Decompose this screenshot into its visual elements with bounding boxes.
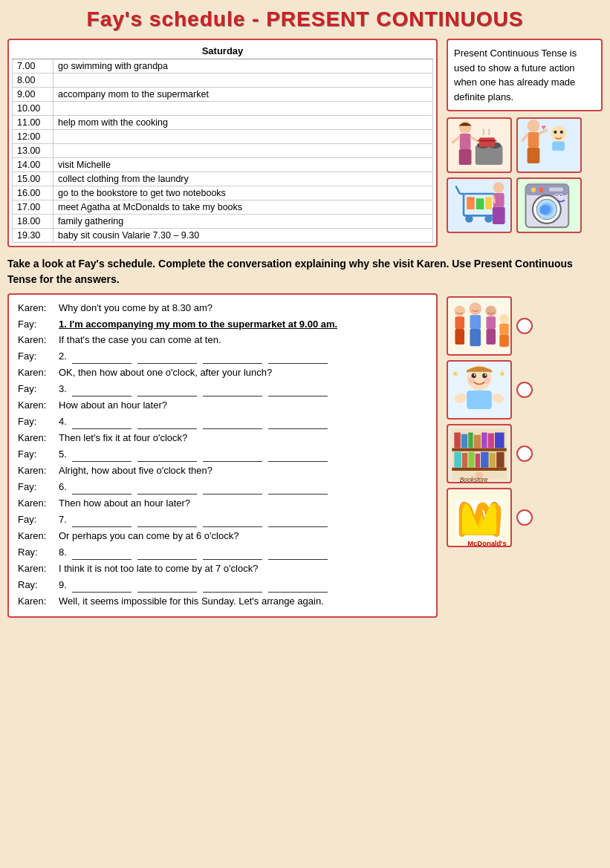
bookstore-image: Bookstore <box>447 424 512 483</box>
conv-speaker: Karen: <box>18 333 59 347</box>
answer-blank <box>268 578 328 593</box>
table-row: 14.00visit Michelle <box>13 158 433 172</box>
circle-bullet-1 <box>516 318 533 334</box>
svg-text:★: ★ <box>452 369 459 378</box>
answer-blank <box>137 447 197 463</box>
schedule-time: 15.00 <box>13 172 53 186</box>
right-images: ★ ★ <box>447 293 603 618</box>
bottom-section: Karen:Why don't you come by at 8.30 am?F… <box>7 293 603 618</box>
answer-blank <box>137 545 197 561</box>
conv-text: 7. <box>59 512 427 528</box>
page-title: Fay's schedule - PRESENT CONTINUOUS <box>7 7 603 31</box>
laundry-image <box>516 177 582 233</box>
info-box: Present Continuous Tense is used to show… <box>447 39 603 111</box>
conv-text: Or perhaps you can come by at 6 o'clock? <box>59 529 427 544</box>
svg-rect-46 <box>470 315 481 329</box>
answer-blank <box>203 414 262 430</box>
conv-text: Then how about an hour later? <box>59 496 427 511</box>
answer-blank <box>268 414 328 430</box>
table-row: 19.30baby sit cousin Valarie 7.30 – 9.30 <box>13 229 433 243</box>
conv-text: 5. <box>59 447 427 463</box>
svg-point-55 <box>472 373 476 377</box>
svg-rect-75 <box>495 432 504 448</box>
table-row: 8.00 <box>13 74 433 88</box>
svg-rect-37 <box>549 187 563 191</box>
image-row-shopping <box>447 177 603 233</box>
conv-speaker: Karen: <box>18 301 59 316</box>
svg-point-56 <box>482 373 487 377</box>
schedule-activity: help mom with the cooking <box>53 116 433 130</box>
table-row: 11.00help mom with the cooking <box>13 116 433 130</box>
conversation-row: Karen:Then how about an hour later? <box>18 496 427 511</box>
svg-rect-61 <box>467 391 492 409</box>
answer-blank <box>203 382 262 397</box>
answer-blank <box>203 447 262 463</box>
schedule-time: 7.00 <box>13 59 53 74</box>
answer-blank <box>72 447 132 463</box>
svg-rect-82 <box>496 451 504 467</box>
answer-blank <box>72 349 132 365</box>
answer-blank <box>203 480 262 495</box>
baby2-svg: ★ ★ <box>448 361 510 420</box>
table-row: 16.00go to the bookstore to get two note… <box>13 186 433 200</box>
svg-point-36 <box>539 187 543 192</box>
table-row: 18.00family gathering <box>13 215 433 229</box>
circle-bullet-4 <box>516 509 533 526</box>
conv-text: If that's the case you can come at ten. <box>59 333 427 347</box>
svg-point-10 <box>528 120 540 132</box>
shopping-svg <box>448 178 510 233</box>
table-row: 12:00 <box>13 130 433 144</box>
conv-text: 1. I'm accompanying my mom to the superm… <box>59 317 427 332</box>
page-wrapper: Fay's schedule - PRESENT CONTINUOUS Satu… <box>7 7 603 618</box>
svg-rect-74 <box>488 433 494 448</box>
conv-speaker: Fay: <box>18 317 59 332</box>
schedule-activity <box>53 130 433 144</box>
right-img-row-mcdonalds: McDonald's <box>447 488 603 547</box>
answer-blank <box>268 349 328 365</box>
schedule-activity <box>53 74 433 88</box>
answer-blank <box>203 545 262 561</box>
schedule-activity: accompany mom to the supermarket <box>53 88 433 102</box>
schedule-activity: go swimming with grandpa <box>53 59 433 74</box>
table-row: 15.00collect clothing from the laundry <box>13 172 433 186</box>
conversation-row: Karen:If that's the case you can come at… <box>18 333 427 347</box>
schedule-time: 12:00 <box>13 130 53 144</box>
svg-rect-50 <box>486 329 496 345</box>
conversation-row: Karen:Well, it seems impossible for this… <box>18 594 427 609</box>
svg-rect-47 <box>470 329 481 346</box>
answer-blank <box>72 414 132 430</box>
cooking-image <box>447 117 512 173</box>
conv-text: How about an hour later? <box>59 398 427 413</box>
answer-blank <box>203 578 262 593</box>
conv-text: Alright, how about five o'clock then? <box>59 463 427 478</box>
svg-point-35 <box>531 187 536 192</box>
conv-speaker: Karen: <box>18 561 59 576</box>
svg-text:★: ★ <box>499 369 506 378</box>
schedule-time: 9.00 <box>13 88 53 102</box>
family-svg <box>448 297 510 356</box>
svg-point-62 <box>453 391 468 405</box>
answer-blank <box>268 447 328 463</box>
svg-rect-5 <box>476 146 503 165</box>
answer-blank <box>137 349 197 365</box>
answer-blank <box>72 578 132 593</box>
conversation-box: Karen:Why don't you come by at 8.30 am?F… <box>7 293 438 618</box>
answer-blank <box>137 414 197 430</box>
right-top: Present Continuous Tense is used to show… <box>447 39 603 247</box>
svg-point-48 <box>485 305 496 316</box>
svg-rect-73 <box>481 432 487 448</box>
svg-rect-25 <box>485 197 491 209</box>
svg-rect-52 <box>499 323 509 334</box>
svg-point-57 <box>474 373 476 375</box>
svg-point-41 <box>556 195 557 196</box>
schedule-activity: baby sit cousin Valarie 7.30 – 9.30 <box>53 229 433 243</box>
conv-speaker: Fay: <box>18 480 59 495</box>
schedule-time: 10.00 <box>13 102 53 116</box>
conv-speaker: Karen: <box>18 496 59 511</box>
conversation-row: Fay:5. <box>18 447 427 463</box>
top-section: Saturday 7.00go swimming with grandpa8.0… <box>7 39 603 247</box>
svg-rect-68 <box>452 467 507 470</box>
conversation-row: Ray:9. <box>18 578 427 593</box>
conversation-row: Karen:I think it is not too late to come… <box>18 561 427 576</box>
answer-blank <box>268 545 328 561</box>
